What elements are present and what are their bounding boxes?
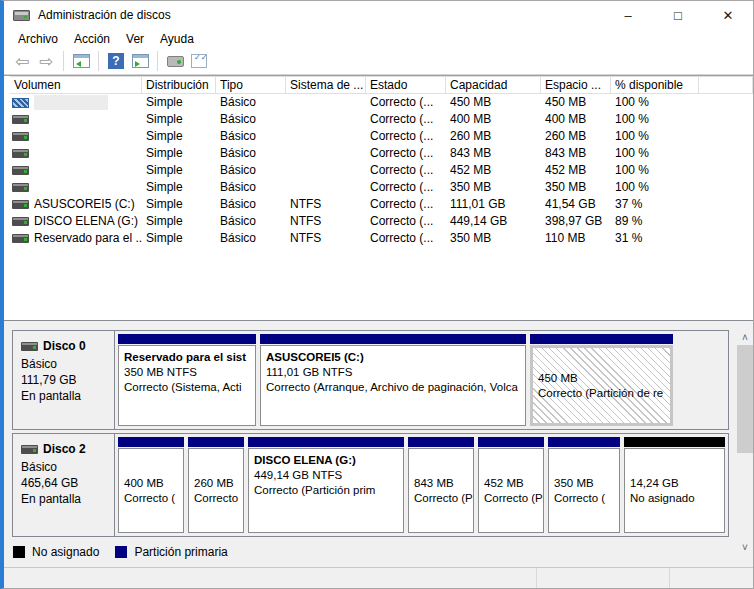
primary-partition-bar — [118, 334, 256, 344]
partition-asuscorei5-c[interactable]: ASUSCOREI5 (C:) 111,01 GB NTFS Correcto … — [260, 334, 526, 426]
toolbar: ⇦ ⇨ ? ✓✓ — [4, 48, 753, 75]
disk-volume-icon — [12, 183, 29, 192]
table-row[interactable]: Reservado para el ... Simple Básico NTFS… — [10, 230, 753, 247]
action-pane-panel-icon — [132, 54, 149, 68]
disk-status: En pantalla — [21, 491, 114, 507]
window-title: Administración de discos — [38, 8, 171, 22]
popup-view-button[interactable] — [163, 50, 187, 72]
partition-260mb[interactable]: 260 MB Correcto — [188, 437, 244, 533]
partition-disco-elena-g[interactable]: DISCO ELENA (G:) 449,14 GB NTFS Correcto… — [248, 437, 404, 533]
primary-partition-bar — [478, 437, 544, 447]
disk-status: En pantalla — [21, 388, 114, 404]
partition-hatched-icon — [12, 98, 29, 108]
vertical-scrollbar[interactable]: ˄ ˅ — [737, 329, 753, 555]
close-button[interactable]: ✕ — [703, 1, 753, 29]
properties-button[interactable]: ✓✓ — [187, 50, 211, 72]
status-bar — [4, 567, 753, 589]
volume-table-header: Volumen Distribución Tipo Sistema de ...… — [10, 76, 753, 94]
unallocated-swatch — [13, 546, 25, 558]
title-bar: Administración de discos – □ ✕ — [4, 1, 753, 29]
partition-400mb[interactable]: 400 MB Correcto ( — [118, 437, 184, 533]
table-row[interactable]: Simple Básico Correcto (... 260 MB 260 M… — [10, 128, 753, 145]
help-button[interactable]: ? — [104, 50, 128, 72]
disk-type: Básico — [21, 459, 114, 475]
scrollbar-track[interactable] — [737, 453, 753, 539]
partition-unallocated[interactable]: 14,24 GB No asignado — [624, 437, 725, 533]
status-section — [537, 568, 670, 589]
table-row[interactable]: Simple Básico Correcto (... 843 MB 843 M… — [10, 145, 753, 162]
back-button[interactable]: ⇦ — [10, 50, 34, 72]
disk-volume-icon — [12, 234, 29, 243]
column-header-capacidad[interactable]: Capacidad — [446, 76, 541, 93]
primary-partition-bar — [260, 334, 526, 344]
partition-recovery-450mb-selected[interactable]: 450 MB Correcto (Partición de re — [530, 334, 673, 426]
toolbar-separator — [63, 51, 64, 71]
table-row[interactable]: Simple Básico Correcto (... 400 MB 400 M… — [10, 111, 753, 128]
disk-name: Disco 0 — [43, 339, 86, 353]
status-section — [4, 568, 537, 589]
table-row[interactable]: Simple Básico Correcto (... 452 MB 452 M… — [10, 162, 753, 179]
maximize-button[interactable]: □ — [653, 1, 703, 29]
column-header-tipo[interactable]: Tipo — [216, 76, 286, 93]
back-arrow-icon: ⇦ — [15, 53, 29, 70]
forward-button[interactable]: ⇨ — [34, 50, 58, 72]
column-header-espacio[interactable]: Espacio ... — [541, 76, 611, 93]
console-tree-panel-icon — [73, 54, 90, 68]
menu-archivo[interactable]: Archivo — [10, 32, 66, 46]
disk-0-label[interactable]: Disco 0 Básico 111,79 GB En pantalla — [13, 331, 115, 429]
disk-volume-icon — [12, 166, 29, 175]
partition-843mb[interactable]: 843 MB Correcto (Pa — [408, 437, 474, 533]
disk-volume-icon — [12, 115, 29, 124]
disk-2-partitions: 400 MB Correcto ( 260 MB Correcto DISCO … — [115, 434, 728, 536]
legend-label: No asignado — [32, 545, 99, 559]
disk-drive-app-icon — [13, 10, 30, 21]
column-header-empty — [699, 76, 753, 93]
primary-partition-bar — [548, 437, 620, 447]
menu-accion[interactable]: Acción — [66, 32, 118, 46]
column-header-estado[interactable]: Estado — [366, 76, 446, 93]
disk-2-row: Disco 2 Básico 465,64 GB En pantalla 400… — [12, 433, 729, 537]
column-header-disponible[interactable]: % disponible — [611, 76, 699, 93]
legend-label: Partición primaria — [134, 545, 227, 559]
column-header-sistema[interactable]: Sistema de ... — [286, 76, 366, 93]
scrollbar-thumb[interactable] — [737, 345, 753, 453]
column-header-distribucion[interactable]: Distribución — [142, 76, 216, 93]
menu-ver[interactable]: Ver — [118, 32, 152, 46]
scroll-down-icon[interactable]: ˅ — [737, 539, 753, 555]
partition-350mb[interactable]: 350 MB Correcto ( — [548, 437, 620, 533]
popup-window-icon — [167, 56, 184, 67]
disk-graph-pane: Disco 0 Básico 111,79 GB En pantalla Res… — [4, 320, 753, 567]
toolbar-separator — [157, 51, 158, 71]
table-row[interactable]: ASUSCOREI5 (C:) Simple Básico NTFS Corre… — [10, 196, 753, 213]
partition-reservado-sistema[interactable]: Reservado para el sist 350 MB NTFS Corre… — [118, 334, 256, 426]
column-header-volumen[interactable]: Volumen — [10, 76, 142, 93]
disk-volume-icon — [12, 149, 29, 158]
action-pane-toggle-button[interactable] — [128, 50, 152, 72]
primary-partition-bar — [188, 437, 244, 447]
disk-2-label[interactable]: Disco 2 Básico 465,64 GB En pantalla — [13, 434, 115, 536]
help-icon: ? — [108, 53, 124, 69]
disk-0-row: Disco 0 Básico 111,79 GB En pantalla Res… — [12, 330, 729, 430]
legend: No asignado Partición primaria — [12, 545, 729, 559]
disk-volume-icon — [12, 132, 29, 141]
selected-row-highlight — [34, 95, 108, 110]
volume-list-pane: Volumen Distribución Tipo Sistema de ...… — [4, 75, 753, 320]
primary-partition-bar — [408, 437, 474, 447]
console-tree-toggle-button[interactable] — [69, 50, 93, 72]
scroll-up-icon[interactable]: ˄ — [737, 329, 753, 345]
primary-partition-bar — [530, 334, 673, 344]
forward-arrow-icon: ⇨ — [39, 53, 53, 70]
partition-452mb[interactable]: 452 MB Correcto (P — [478, 437, 544, 533]
primary-partition-swatch — [115, 546, 127, 558]
menu-ayuda[interactable]: Ayuda — [152, 32, 202, 46]
table-row[interactable]: Simple Básico Correcto (... 450 MB 450 M… — [10, 94, 753, 111]
disk-0-partitions: Reservado para el sist 350 MB NTFS Corre… — [115, 331, 728, 429]
disk-volume-icon — [12, 217, 29, 226]
disk-icon — [21, 342, 38, 351]
minimize-button[interactable]: – — [603, 1, 653, 29]
window-controls: – □ ✕ — [603, 1, 753, 29]
table-row[interactable]: Simple Básico Correcto (... 350 MB 350 M… — [10, 179, 753, 196]
disk-name: Disco 2 — [43, 442, 86, 456]
primary-partition-bar — [248, 437, 404, 447]
table-row[interactable]: DISCO ELENA (G:) Simple Básico NTFS Corr… — [10, 213, 753, 230]
